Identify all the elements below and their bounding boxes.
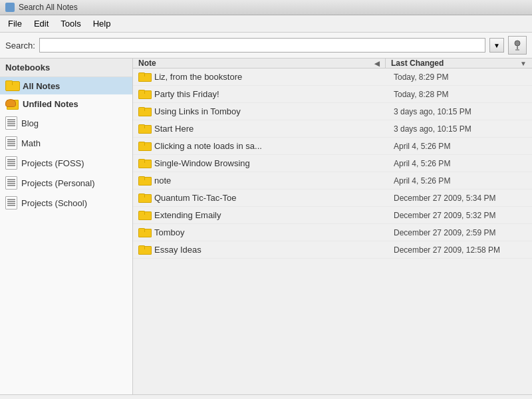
- unfiled-icon: [5, 98, 19, 110]
- sidebar-item-unfiled-notes[interactable]: Unfiled Notes: [0, 94, 132, 113]
- sidebar-item-projects-foss[interactable]: Projects (FOSS): [0, 153, 132, 173]
- note-title: Party this Friday!: [154, 89, 390, 99]
- col-note-label: Note: [138, 59, 156, 68]
- sidebar-item-label: Unfiled Notes: [23, 99, 78, 109]
- table-row[interactable]: Clicking a note loads in sa...April 4, 5…: [133, 138, 532, 155]
- sidebar-item-label: All Notes: [23, 81, 60, 91]
- sidebar-item-math[interactable]: Math: [0, 133, 132, 153]
- table-row[interactable]: Party this Friday!Today, 8:28 PM: [133, 86, 532, 103]
- note-folder-icon: [138, 142, 150, 151]
- note-folder-icon: [138, 176, 150, 186]
- col-lastchanged-arrow: ▼: [520, 60, 527, 67]
- table-row[interactable]: Single-Window BrowsingApril 4, 5:26 PM: [133, 155, 532, 172]
- sidebar-item-label: Math: [21, 138, 41, 148]
- table-row[interactable]: TomboyDecember 27 2009, 2:59 PM: [133, 224, 532, 241]
- menu-edit[interactable]: Edit: [29, 17, 54, 31]
- col-lastchanged-header[interactable]: Last Changed ▼: [386, 59, 532, 68]
- search-pin-button[interactable]: [508, 36, 527, 55]
- table-row[interactable]: Quantum Tic-Tac-ToeDecember 27 2009, 5:3…: [133, 190, 532, 207]
- sidebar-item-label: Projects (FOSS): [21, 158, 84, 168]
- note-folder-icon: [138, 245, 150, 255]
- note-folder-icon: [138, 228, 150, 237]
- note-folder-icon: [138, 90, 150, 99]
- table-row[interactable]: Essay IdeasDecember 27 2009, 12:58 PM: [133, 241, 532, 259]
- sidebar-item-all-notes[interactable]: All Notes: [0, 77, 132, 94]
- note-date: December 27 2009, 5:34 PM: [394, 194, 527, 203]
- status-bar: Total: 14 notes: [0, 394, 532, 399]
- note-folder-icon: [138, 72, 150, 82]
- note-icon: [5, 136, 17, 150]
- note-date: Today, 8:28 PM: [394, 90, 527, 99]
- sidebar-item-projects-school[interactable]: Projects (School): [0, 193, 132, 213]
- title-bar-text: Search All Notes: [19, 3, 78, 12]
- note-icon: [5, 176, 17, 190]
- table-row[interactable]: Extending EmailyDecember 27 2009, 5:32 P…: [133, 207, 532, 224]
- search-input[interactable]: [39, 38, 485, 53]
- sidebar-item-projects-personal[interactable]: Projects (Personal): [0, 173, 132, 193]
- main-content: Notebooks All Notes Unfiled Notes Blog M…: [0, 59, 532, 394]
- note-folder-icon: [138, 159, 150, 168]
- note-title: Extending Emaily: [154, 210, 390, 220]
- table-row[interactable]: Liz, from the bookstoreToday, 8:29 PM: [133, 68, 532, 86]
- note-title: Single-Window Browsing: [154, 158, 390, 168]
- search-bar: Search: ▼: [0, 33, 532, 59]
- folder-open-icon: [5, 80, 19, 91]
- note-title: Liz, from the bookstore: [154, 72, 390, 82]
- note-list-scroll[interactable]: Liz, from the bookstoreToday, 8:29 PMPar…: [133, 68, 532, 394]
- note-date: April 4, 5:26 PM: [394, 176, 527, 186]
- note-icon: [5, 116, 17, 130]
- note-folder-icon: [138, 194, 150, 203]
- note-icon: [5, 196, 17, 209]
- sidebar-item-label: Blog: [21, 118, 39, 128]
- note-date: December 27 2009, 5:32 PM: [394, 211, 527, 220]
- menu-tools[interactable]: Tools: [55, 17, 86, 31]
- sidebar-item-label: Projects (School): [21, 198, 87, 208]
- note-date: December 27 2009, 12:58 PM: [394, 245, 527, 255]
- table-row[interactable]: Start Here3 days ago, 10:15 PM: [133, 120, 532, 138]
- note-title: Using Links in Tomboy: [154, 106, 390, 116]
- note-list-header: Note ◀ Last Changed ▼: [133, 59, 532, 68]
- note-date: April 4, 5:26 PM: [394, 142, 527, 151]
- note-title: Start Here: [154, 124, 390, 134]
- note-title: Essay Ideas: [154, 245, 390, 255]
- note-folder-icon: [138, 107, 150, 116]
- sidebar-item-blog[interactable]: Blog: [0, 113, 132, 133]
- note-date: December 27 2009, 2:59 PM: [394, 228, 527, 237]
- search-dropdown-button[interactable]: ▼: [489, 38, 504, 53]
- note-list-area: Note ◀ Last Changed ▼ Liz, from the book…: [133, 59, 532, 394]
- note-folder-icon: [138, 211, 150, 220]
- note-title: Quantum Tic-Tac-Toe: [154, 193, 390, 203]
- table-row[interactable]: noteApril 4, 5:26 PM: [133, 172, 532, 190]
- note-date: Today, 8:29 PM: [394, 72, 527, 82]
- note-title: Clicking a note loads in sa...: [154, 141, 390, 151]
- col-note-arrow: ◀: [374, 60, 380, 67]
- col-note-header[interactable]: Note ◀: [133, 59, 386, 68]
- svg-rect-1: [517, 46, 518, 49]
- note-icon: [5, 156, 17, 170]
- dropdown-arrow-icon: ▼: [493, 42, 500, 49]
- search-label: Search:: [5, 41, 35, 51]
- note-date: 3 days ago, 10:15 PM: [394, 124, 527, 134]
- sidebar: Notebooks All Notes Unfiled Notes Blog M…: [0, 59, 133, 394]
- sidebar-header: Notebooks: [0, 59, 132, 77]
- note-folder-icon: [138, 124, 150, 134]
- menu-bar: File Edit Tools Help: [0, 15, 532, 33]
- menu-help[interactable]: Help: [88, 17, 116, 31]
- table-row[interactable]: Using Links in Tomboy3 days ago, 10:15 P…: [133, 103, 532, 120]
- sidebar-item-label: Projects (Personal): [21, 178, 95, 188]
- note-title: Tomboy: [154, 227, 390, 237]
- title-bar: Search All Notes: [0, 0, 532, 15]
- svg-point-0: [515, 41, 520, 46]
- pin-icon: [511, 39, 523, 51]
- col-lastchanged-label: Last Changed: [391, 59, 444, 68]
- app-icon: [5, 3, 15, 12]
- note-title: note: [154, 176, 390, 186]
- note-date: 3 days ago, 10:15 PM: [394, 107, 527, 116]
- note-date: April 4, 5:26 PM: [394, 159, 527, 168]
- menu-file[interactable]: File: [3, 17, 27, 31]
